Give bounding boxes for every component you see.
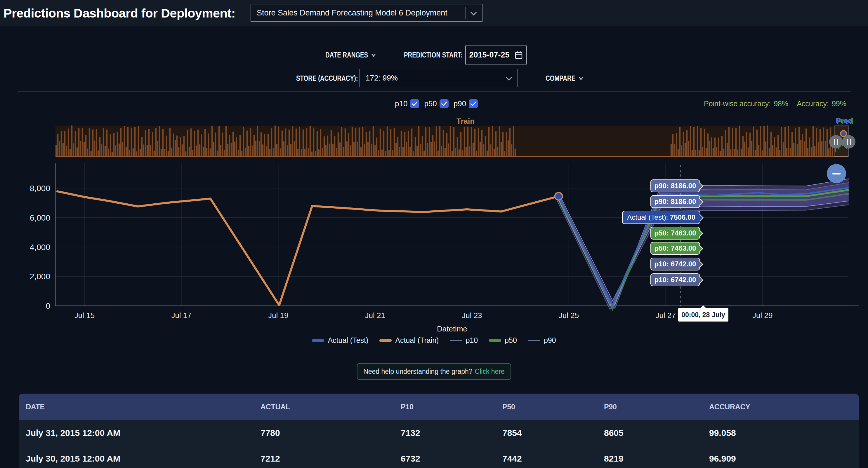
legend-swatch [450, 340, 462, 341]
train-region-label: Train [457, 117, 474, 126]
x-tick-label: Jul 23 [462, 311, 482, 320]
actual-train-line [56, 191, 558, 305]
y-tick-label: 4,000 [30, 243, 50, 252]
axis-hover-tooltip: 00:00, 28 July [678, 308, 728, 322]
y-tick-label: 8,000 [30, 184, 50, 193]
store-select-value: 172: 99% [360, 73, 398, 82]
page-title: Predictions Dashboard for Deployment: [3, 0, 236, 26]
table-header-cell: DATE [19, 403, 260, 411]
checkbox-p90[interactable] [469, 99, 478, 108]
legend-label: Actual (Test) [328, 336, 368, 344]
deployment-select[interactable]: Store Sales Demand Forecasting Model 6 D… [251, 4, 483, 22]
top-bar: Predictions Dashboard for Deployment: St… [0, 0, 868, 26]
table-cell: 96.909 [709, 454, 859, 464]
legend-item-p10[interactable]: p10 [450, 336, 478, 344]
x-tick-label: Jul 25 [559, 311, 579, 320]
x-tick-label: Jul 27 [655, 311, 676, 320]
y-tick-label: 0 [45, 301, 50, 310]
pred-region-label: Pred [836, 116, 852, 125]
y-tick-label: 2,000 [30, 272, 50, 281]
prediction-start-date-input[interactable]: 2015-07-25 [465, 45, 527, 65]
date-ranges-dropdown[interactable]: DATE RANGES [326, 51, 389, 60]
table-header-cell: P10 [401, 403, 502, 411]
table-cell: 7442 [502, 454, 604, 464]
zoom-out-button[interactable] [827, 164, 846, 183]
chart-legend: Actual (Test)Actual (Train)p10p50p90 [0, 336, 868, 344]
checkbox-p10[interactable] [410, 99, 419, 108]
legend-swatch [379, 339, 392, 342]
help-banner: Need help understanding the graph?Click … [357, 363, 511, 380]
table-body: July 31, 2015 12:00 AM778071327854860599… [19, 420, 859, 468]
toggle-label: p90 [454, 99, 466, 108]
table-cell: July 31, 2015 12:00 AM [19, 428, 260, 438]
legend-swatch [312, 339, 324, 342]
accuracy-label: Accuracy: [797, 100, 829, 108]
chevron-down-icon [470, 9, 477, 15]
x-tick-label: Jul 21 [365, 311, 385, 320]
table-cell: 7132 [401, 428, 502, 438]
x-tick-label: Jul 17 [171, 311, 191, 320]
table-header: DATEACTUALP10P50P90ACCURACY [19, 394, 859, 420]
pointwise-accuracy-label: Point-wise accuracy: [704, 100, 771, 108]
table-cell: July 30, 2015 12:00 AM [19, 454, 260, 464]
y-tick-label: 6,000 [30, 213, 50, 222]
table-header-cell: P50 [502, 403, 604, 411]
table-header-cell: P90 [604, 403, 709, 411]
store-select[interactable]: 172: 99% [360, 69, 518, 87]
divider [18, 91, 850, 92]
legend-item-actual-test-[interactable]: Actual (Test) [312, 336, 368, 344]
table-cell: 8605 [604, 428, 709, 438]
pointwise-accuracy-value: 98% [774, 100, 788, 108]
quantile-toggles: p10p50p90 [395, 99, 483, 108]
help-link[interactable]: Click here [475, 368, 505, 375]
legend-swatch [489, 339, 501, 342]
accuracy-readout: Point-wise accuracy:98% Accuracy:99% [704, 100, 846, 108]
x-tick-label: Jul 15 [74, 311, 95, 320]
range-slider-handle-right[interactable] [842, 135, 856, 148]
deployment-select-value: Store Sales Demand Forecasting Model 6 D… [251, 8, 447, 18]
table-row: July 30, 2015 12:00 AM721267327442821996… [19, 446, 859, 468]
legend-item-p90[interactable]: p90 [528, 336, 556, 344]
legend-label: p50 [505, 336, 517, 344]
toggle-label: p10 [395, 99, 407, 108]
toggle-label: p50 [424, 99, 437, 108]
range-slider-handle-left[interactable] [829, 135, 843, 148]
legend-label: p10 [466, 336, 478, 344]
table-header-cell: ACTUAL [260, 403, 401, 411]
table-cell: 6732 [401, 454, 502, 464]
legend-swatch [528, 340, 540, 341]
accuracy-value: 99% [832, 100, 846, 108]
table-cell: 8219 [604, 454, 709, 464]
predictions-table: DATEACTUALP10P50P90ACCURACY July 31, 201… [19, 394, 859, 468]
chevron-down-icon [579, 75, 583, 80]
x-axis-title: Datetime [437, 325, 467, 334]
table-cell: 7780 [260, 428, 401, 438]
chevron-down-icon [506, 74, 512, 80]
table-cell: 99.058 [709, 428, 859, 438]
table-header-cell: ACCURACY [709, 403, 859, 411]
predictions-dashboard: 02,0004,0006,0008,000Jul 15Jul 17Jul 19J… [0, 0, 868, 468]
calendar-icon [514, 51, 523, 60]
x-tick-label: Jul 29 [752, 311, 773, 320]
chevron-down-icon [372, 52, 376, 57]
legend-label: p90 [544, 336, 556, 344]
x-tick-label: Jul 19 [268, 311, 288, 320]
legend-item-p50[interactable]: p50 [489, 336, 517, 344]
compare-dropdown[interactable]: COMPARE [546, 74, 593, 83]
legend-item-actual-train-[interactable]: Actual (Train) [379, 336, 439, 344]
table-row: July 31, 2015 12:00 AM778071327854860599… [19, 420, 859, 446]
legend-label: Actual (Train) [395, 336, 439, 344]
checkbox-p50[interactable] [439, 99, 448, 108]
table-cell: 7212 [260, 454, 401, 464]
train-test-junction-dot [555, 193, 562, 200]
table-cell: 7854 [502, 428, 604, 438]
